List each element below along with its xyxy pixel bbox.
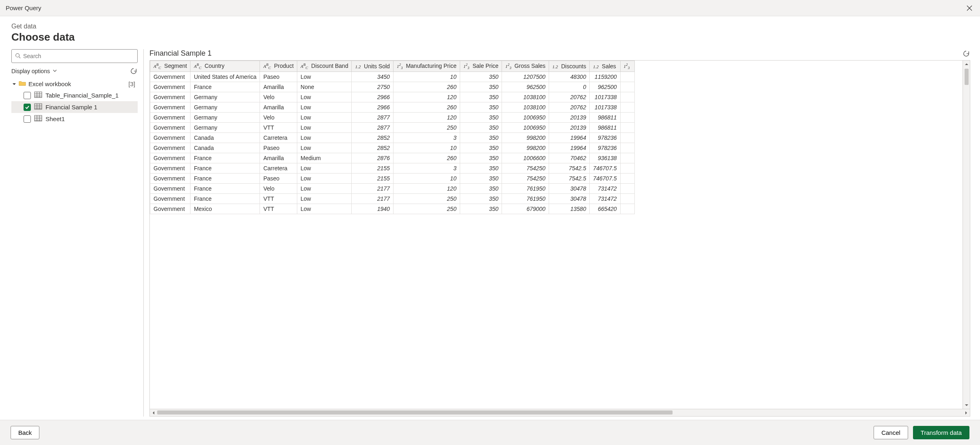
table-cell: Government xyxy=(150,133,190,143)
tree-item-checkbox[interactable] xyxy=(24,115,31,123)
table-cell xyxy=(620,153,635,163)
table-cell: 350 xyxy=(460,123,502,133)
table-cell xyxy=(620,92,635,102)
hscroll-thumb[interactable] xyxy=(157,410,673,415)
tree-item-financial-sample-1[interactable]: Financial Sample 1 xyxy=(11,101,138,113)
tree-root-label: Excel workbook xyxy=(28,80,71,87)
table-cell: Low xyxy=(297,163,352,174)
search-box[interactable] xyxy=(11,49,138,63)
table-cell: 48300 xyxy=(549,72,590,82)
table-cell: France xyxy=(190,153,260,163)
table-cell: 350 xyxy=(460,143,502,153)
table-cell: Mexico xyxy=(190,204,260,214)
table-cell: 350 xyxy=(460,92,502,102)
column-header-label: Manufacturing Price xyxy=(405,63,456,69)
table-row[interactable]: GovernmentGermanyVeloLow2966120350103810… xyxy=(150,92,635,102)
close-button[interactable] xyxy=(964,2,975,14)
table-row[interactable]: GovernmentGermanyAmarillaLow296626035010… xyxy=(150,102,635,113)
table-cell: Germany xyxy=(190,102,260,113)
column-header[interactable]: 123 xyxy=(620,61,635,72)
table-cell: 754250 xyxy=(502,174,549,184)
transform-data-button[interactable]: Transform data xyxy=(913,426,969,439)
table-cell: Germany xyxy=(190,113,260,123)
table-cell: Government xyxy=(150,92,190,102)
table-cell: 250 xyxy=(393,123,460,133)
table-row[interactable]: GovernmentFranceVTTLow217725035076195030… xyxy=(150,194,635,204)
table-cell: 978236 xyxy=(590,133,620,143)
scroll-left-arrow[interactable] xyxy=(150,409,157,416)
tree-item-checkbox[interactable] xyxy=(24,104,31,111)
table-cell: 986811 xyxy=(590,123,620,133)
table-row[interactable]: GovernmentCanadaPaseoLow2852103509982001… xyxy=(150,143,635,153)
column-header[interactable]: ABC Country xyxy=(190,61,260,72)
column-header[interactable]: ABC Segment xyxy=(150,61,190,72)
display-options-dropdown[interactable]: Display options xyxy=(11,68,57,74)
table-cell: 2177 xyxy=(352,194,393,204)
data-grid: ABC SegmentABC CountryABC ProductABC Dis… xyxy=(150,61,635,214)
column-header[interactable]: 123 Sale Price xyxy=(460,61,502,72)
text-type-icon: ABC xyxy=(194,64,201,69)
table-cell: Low xyxy=(297,92,352,102)
table-row[interactable]: GovernmentFranceVeloLow21771203507619503… xyxy=(150,184,635,194)
table-cell: 350 xyxy=(460,72,502,82)
table-row[interactable]: GovernmentFranceAmarillaMedium2876260350… xyxy=(150,153,635,163)
table-cell: 260 xyxy=(393,153,460,163)
scroll-down-arrow[interactable] xyxy=(963,402,970,409)
table-cell: Paseo xyxy=(260,143,297,153)
whole-number-type-icon: 123 xyxy=(397,64,403,69)
table-row[interactable]: GovernmentFrancePaseoLow2155103507542507… xyxy=(150,174,635,184)
table-cell: Velo xyxy=(260,92,297,102)
search-input[interactable] xyxy=(23,53,134,59)
column-header[interactable]: ABC Discount Band xyxy=(297,61,352,72)
grid-scroll-area[interactable]: ABC SegmentABC CountryABC ProductABC Dis… xyxy=(150,61,963,409)
table-cell: 13580 xyxy=(549,204,590,214)
table-row[interactable]: GovernmentMexicoVTTLow194025035067900013… xyxy=(150,204,635,214)
cancel-button[interactable]: Cancel xyxy=(874,426,908,439)
table-cell: 350 xyxy=(460,174,502,184)
column-header[interactable]: 1.2 Discounts xyxy=(549,61,590,72)
vscroll-thumb[interactable] xyxy=(965,69,969,85)
table-cell: 754250 xyxy=(502,163,549,174)
table-cell: 19964 xyxy=(549,133,590,143)
tree-item-checkbox[interactable] xyxy=(24,92,31,99)
tree-item-sheet1[interactable]: Sheet1 xyxy=(11,113,138,125)
table-row[interactable]: GovernmentFranceCarreteraLow215533507542… xyxy=(150,163,635,174)
table-row[interactable]: GovernmentCanadaCarreteraLow285233509982… xyxy=(150,133,635,143)
tree-root-excel-workbook[interactable]: Excel workbook [3] xyxy=(11,78,138,89)
column-header[interactable]: 1.2 Sales xyxy=(590,61,620,72)
table-cell: 350 xyxy=(460,184,502,194)
table-cell: France xyxy=(190,163,260,174)
table-cell: Paseo xyxy=(260,72,297,82)
refresh-button[interactable] xyxy=(130,67,138,75)
table-cell: France xyxy=(190,174,260,184)
table-cell: 350 xyxy=(460,102,502,113)
column-header[interactable]: 1.2 Units Sold xyxy=(352,61,393,72)
table-row[interactable]: GovernmentFranceAmarillaNone275026035096… xyxy=(150,82,635,92)
column-header-label: Sale Price xyxy=(471,63,499,69)
column-header-label: Country xyxy=(203,63,225,69)
table-cell: Government xyxy=(150,123,190,133)
close-icon xyxy=(967,5,972,11)
column-header[interactable]: ABC Product xyxy=(260,61,297,72)
table-cell xyxy=(620,163,635,174)
table-row[interactable]: GovernmentUnited States of AmericaPaseoL… xyxy=(150,72,635,82)
table-cell: Government xyxy=(150,163,190,174)
table-cell: Germany xyxy=(190,92,260,102)
back-button[interactable]: Back xyxy=(11,426,39,439)
table-cell: 731472 xyxy=(590,184,620,194)
svg-point-0 xyxy=(16,53,19,57)
table-row[interactable]: GovernmentGermanyVTTLow28772503501006950… xyxy=(150,123,635,133)
scroll-up-arrow[interactable] xyxy=(963,61,970,68)
table-cell xyxy=(620,72,635,82)
table-row[interactable]: GovernmentGermanyVeloLow2877120350100695… xyxy=(150,113,635,123)
table-cell xyxy=(620,194,635,204)
table-cell xyxy=(620,204,635,214)
tree-item-table-financial-sample-1[interactable]: Table_Financial_Sample_1 xyxy=(11,89,138,101)
scroll-right-arrow[interactable] xyxy=(963,409,970,416)
column-header[interactable]: 123 Manufacturing Price xyxy=(393,61,460,72)
horizontal-scrollbar[interactable] xyxy=(150,409,970,416)
preview-refresh-button[interactable] xyxy=(962,50,970,58)
vertical-scrollbar[interactable] xyxy=(963,61,970,409)
column-header[interactable]: 123 Gross Sales xyxy=(502,61,549,72)
table-cell: Government xyxy=(150,184,190,194)
